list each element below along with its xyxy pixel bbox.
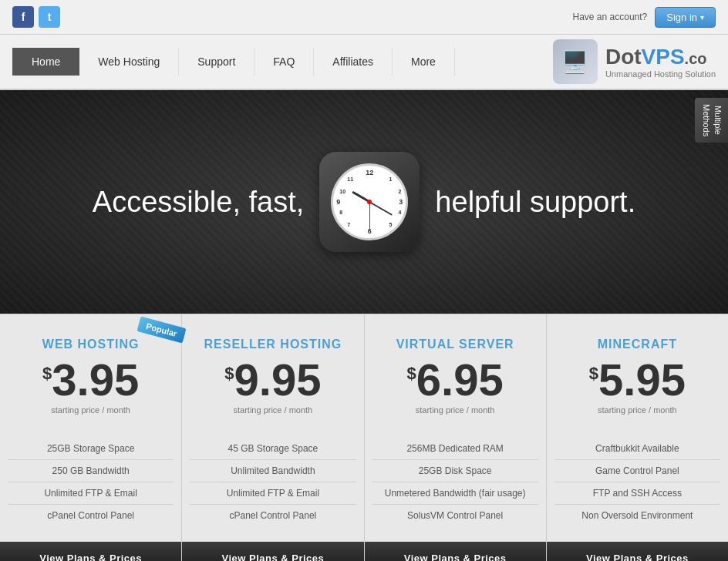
price-period-reseller: starting price / month — [197, 405, 348, 415]
feature-web-1: 25GB Storage Space — [8, 438, 174, 460]
feature-web-4: cPanel Control Panel — [8, 505, 174, 526]
feature-vps-1: 256MB Dedicated RAM — [372, 438, 538, 460]
clock-face: 12 3 6 9 1 11 2 10 4 8 5 7 — [331, 163, 408, 240]
feature-reseller-1: 45 GB Storage Space — [190, 438, 356, 460]
price-dollar-web: $ — [42, 364, 52, 384]
feature-minecraft-4: Non Oversold Environment — [554, 505, 720, 526]
feature-web-3: Unlimited FTP & Email — [8, 482, 174, 505]
plan-reseller-hosting-features: 45 GB Storage Space Unlimited Bandwidth … — [182, 422, 363, 542]
feature-web-2: 250 GB Bandwidth — [8, 460, 174, 482]
plan-minecraft-features: Craftbukkit Available Game Control Panel… — [547, 422, 728, 542]
price-dollar-vps: $ — [407, 364, 416, 384]
price-dollar-minecraft: $ — [589, 364, 598, 384]
logo: 🖥️ DotVPS.co Unmanaged Hosting Solution — [553, 39, 716, 84]
plan-virtual-server-title: VIRTUAL SERVER — [380, 338, 531, 351]
nav-item-affiliates[interactable]: Affiliates — [314, 48, 393, 76]
clock-minute-hand — [369, 201, 393, 216]
nav-item-home[interactable]: Home — [12, 48, 79, 76]
feature-reseller-2: Unlimited Bandwidth — [190, 460, 356, 482]
feature-vps-3: Unmetered Bandwidth (fair usage) — [372, 482, 538, 505]
have-account-label: Have an account? — [573, 12, 648, 22]
plan-minecraft: MINECRAFT $ 5.95 starting price / month … — [547, 314, 728, 561]
hero-text-after: helpful support. — [435, 186, 635, 219]
plan-minecraft-price: $ 5.95 — [562, 358, 713, 402]
plan-reseller-hosting-title: RESELLER HOSTING — [197, 338, 348, 351]
plan-web-hosting-cta[interactable]: View Plans & Prices — [0, 542, 181, 561]
nav-item-faq[interactable]: FAQ — [254, 48, 314, 76]
sign-in-button[interactable]: Sign in — [655, 7, 716, 28]
price-dollar-reseller: $ — [224, 364, 234, 384]
plan-virtual-server-price: $ 6.95 — [380, 358, 531, 402]
plan-web-hosting-features: 25GB Storage Space 250 GB Bandwidth Unli… — [0, 422, 181, 542]
nav-item-web-hosting[interactable]: Web Hosting — [79, 48, 179, 76]
logo-name: DotVPS.co — [605, 45, 716, 69]
sign-in-area: Have an account? Sign in — [573, 7, 716, 28]
plan-reseller-hosting: RESELLER HOSTING $ 9.95 starting price /… — [182, 314, 364, 561]
top-bar: f t Have an account? Sign in — [0, 0, 728, 35]
price-period-vps: starting price / month — [380, 405, 531, 415]
plan-reseller-hosting-price: $ 9.95 — [197, 358, 348, 402]
logo-tagline: Unmanaged Hosting Solution — [605, 69, 716, 79]
logo-text: DotVPS.co Unmanaged Hosting Solution — [605, 45, 716, 79]
clock-second-hand — [369, 202, 370, 231]
price-amount-web: 3.95 — [52, 358, 139, 402]
clock-icon: 12 3 6 9 1 11 2 10 4 8 5 7 — [319, 152, 420, 252]
plan-web-hosting-price: $ 3.95 — [15, 358, 166, 402]
feature-vps-4: SolusVM Control Panel — [372, 505, 538, 526]
plan-web-hosting: Popular WEB HOSTING $ 3.95 starting pric… — [0, 314, 182, 561]
price-period-minecraft: starting price / month — [562, 405, 713, 415]
feature-minecraft-3: FTP and SSH Access — [554, 482, 720, 505]
hero-text-before: Accessible, fast, — [93, 186, 305, 219]
logo-icon: 🖥️ — [553, 39, 598, 84]
plan-minecraft-header: MINECRAFT $ 5.95 starting price / month — [547, 314, 728, 422]
feature-vps-2: 25GB Disk Space — [372, 460, 538, 482]
plan-virtual-server-features: 256MB Dedicated RAM 25GB Disk Space Unme… — [365, 422, 546, 542]
feature-reseller-4: cPanel Control Panel — [190, 505, 356, 526]
pricing-section: Popular WEB HOSTING $ 3.95 starting pric… — [0, 314, 728, 561]
price-amount-vps: 6.95 — [416, 358, 504, 402]
main-nav: Home Web Hosting Support FAQ Affiliates … — [12, 48, 455, 76]
nav-item-more[interactable]: More — [393, 48, 455, 76]
plan-virtual-server-cta[interactable]: View Plans & Prices — [365, 542, 546, 561]
hero-text: Accessible, fast, 12 3 6 9 1 11 2 10 4 8… — [93, 152, 635, 252]
social-icons: f t — [12, 6, 60, 28]
header: Home Web Hosting Support FAQ Affiliates … — [0, 35, 728, 90]
plan-virtual-server-header: VIRTUAL SERVER $ 6.95 starting price / m… — [365, 314, 546, 422]
plan-virtual-server: VIRTUAL SERVER $ 6.95 starting price / m… — [365, 314, 547, 561]
hero-banner: Accessible, fast, 12 3 6 9 1 11 2 10 4 8… — [0, 90, 728, 314]
multiple-methods-badge: MultipleMethods — [695, 98, 728, 143]
plan-minecraft-title: MINECRAFT — [562, 338, 713, 351]
plan-web-hosting-title: WEB HOSTING — [15, 338, 166, 351]
feature-minecraft-2: Game Control Panel — [554, 460, 720, 482]
feature-reseller-3: Unlimited FTP & Email — [190, 482, 356, 505]
facebook-icon[interactable]: f — [12, 6, 34, 28]
price-period-web: starting price / month — [15, 405, 166, 415]
price-amount-minecraft: 5.95 — [598, 358, 686, 402]
plan-reseller-hosting-cta[interactable]: View Plans & Prices — [182, 542, 363, 561]
twitter-icon[interactable]: t — [39, 6, 60, 28]
plan-reseller-hosting-header: RESELLER HOSTING $ 9.95 starting price /… — [182, 314, 363, 422]
plan-minecraft-cta[interactable]: View Plans & Prices — [547, 542, 728, 561]
nav-item-support[interactable]: Support — [179, 48, 254, 76]
feature-minecraft-1: Craftbukkit Available — [554, 438, 720, 460]
price-amount-reseller: 9.95 — [234, 358, 322, 402]
